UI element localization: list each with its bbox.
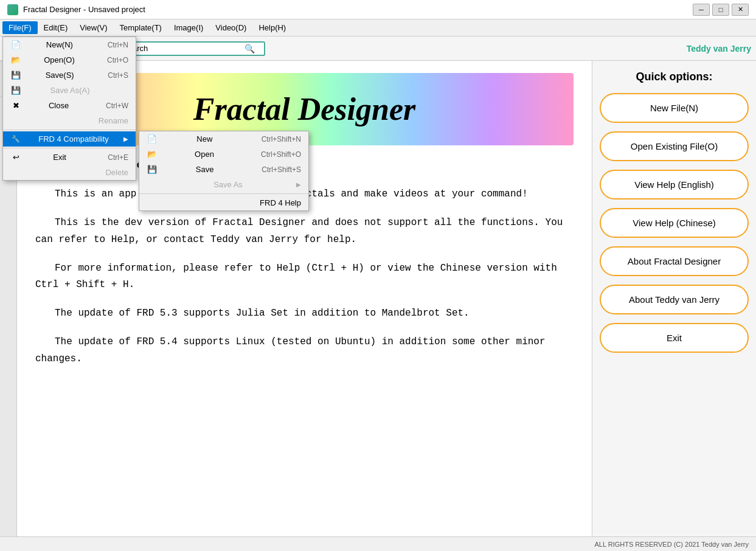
file-frd4-icon: 🔧 xyxy=(10,135,21,143)
file-save-label: Save(S) xyxy=(46,71,74,80)
frd4-open-label: Open xyxy=(195,150,214,159)
sep2 xyxy=(3,148,136,148)
content-p2: This is the dev version of Fractal Desig… xyxy=(35,215,574,248)
file-new-shortcut: Ctrl+N xyxy=(108,41,128,49)
frd4-new[interactable]: 📄 New Ctrl+Shift+N xyxy=(139,131,308,147)
search-input[interactable] xyxy=(123,44,244,53)
maximize-button[interactable]: □ xyxy=(712,4,729,16)
sep1 xyxy=(3,130,136,130)
frd4-open-shortcut: Ctrl+Shift+O xyxy=(261,150,301,159)
file-save-icon: 💾 xyxy=(10,71,21,80)
file-save-shortcut: Ctrl+S xyxy=(108,71,128,80)
window-controls: ─ □ ✕ xyxy=(693,4,749,16)
file-save-as-icon: 💾 xyxy=(10,86,21,95)
file-delete-label: Delete xyxy=(105,168,128,177)
frd4-save[interactable]: 💾 Save Ctrl+Shift+S xyxy=(139,162,308,177)
app-icon xyxy=(7,4,18,15)
quick-about-tvj[interactable]: About Teddy van Jerry xyxy=(600,285,749,314)
search-container: 🔍 xyxy=(119,41,265,56)
quick-options-title: Quick options: xyxy=(600,71,749,83)
frd4-sep xyxy=(139,193,308,194)
file-menu-dropdown: 📄 New(N) Ctrl+N 📂 Open(O) Ctrl+O 💾 Save(… xyxy=(2,36,136,181)
file-close[interactable]: ✖ Close Ctrl+W xyxy=(3,98,136,113)
menu-video[interactable]: Video(D) xyxy=(209,21,252,34)
frd4-save-label: Save xyxy=(196,165,214,174)
frd4-arrow: ▶ xyxy=(123,136,128,142)
frd4-save-as: Save As ▶ xyxy=(139,177,308,192)
search-icon: 🔍 xyxy=(244,44,255,54)
file-close-label: Close xyxy=(49,101,69,110)
file-delete: Delete xyxy=(3,165,136,180)
file-new[interactable]: 📄 New(N) Ctrl+N xyxy=(3,37,136,52)
file-open-icon: 📂 xyxy=(10,55,21,64)
frd4-new-shortcut: Ctrl+Shift+N xyxy=(262,135,301,144)
title-bar: Fractal Designer - Unsaved project ─ □ ✕ xyxy=(0,0,756,19)
file-exit-icon: ↩ xyxy=(10,153,21,162)
file-frd4-label: FRD 4 Compatibility xyxy=(38,134,109,144)
frd4-new-icon: 📄 xyxy=(147,134,158,144)
menu-image[interactable]: Image(I) xyxy=(168,21,209,34)
menu-template[interactable]: Template(T) xyxy=(114,21,168,34)
menu-file[interactable]: File(F) xyxy=(2,21,38,34)
file-open-shortcut: Ctrl+O xyxy=(107,56,128,64)
file-open-label: Open(O) xyxy=(44,55,75,64)
file-save[interactable]: 💾 Save(S) Ctrl+S xyxy=(3,68,136,83)
quick-new-file[interactable]: New File(N) xyxy=(600,93,749,123)
right-panel: Quick options: New File(N) Open Existing… xyxy=(592,61,756,536)
frd4-new-label: New xyxy=(196,134,212,144)
frd4-submenu: 📄 New Ctrl+Shift+N 📂 Open Ctrl+Shift+O 💾… xyxy=(139,131,309,211)
close-button[interactable]: ✕ xyxy=(732,4,749,16)
quick-open-file[interactable]: Open Existing File(O) xyxy=(600,131,749,161)
menu-help[interactable]: Help(H) xyxy=(252,21,292,34)
file-rename: Rename xyxy=(3,113,136,128)
quick-exit[interactable]: Exit xyxy=(600,323,749,353)
file-new-icon: 📄 xyxy=(10,40,21,49)
minimize-button[interactable]: ─ xyxy=(693,4,710,16)
file-frd4[interactable]: 🔧 FRD 4 Compatibility ▶ xyxy=(3,131,136,147)
content-p5: The update of FRD 5.4 supports Linux (te… xyxy=(35,334,574,367)
window-title: Fractal Designer - Unsaved project xyxy=(23,5,145,14)
file-close-icon: ✖ xyxy=(10,101,21,110)
frd4-help-label: FRD 4 Help xyxy=(260,198,301,207)
frd4-save-shortcut: Ctrl+Shift+S xyxy=(262,165,301,174)
status-text: ALL RIGHTS RESERVED (C) 2021 Teddy van J… xyxy=(594,541,749,548)
frd4-save-as-label: Save As xyxy=(213,180,243,189)
status-bar: ALL RIGHTS RESERVED (C) 2021 Teddy van J… xyxy=(0,536,756,551)
content-p3: For more information, please refer to He… xyxy=(35,260,574,293)
file-save-as-label: Save As(A) xyxy=(50,86,89,95)
menu-view[interactable]: View(V) xyxy=(74,21,113,34)
frd4-open-icon: 📂 xyxy=(147,150,158,159)
quick-about-frd[interactable]: About Fractal Designer xyxy=(600,246,749,276)
file-open[interactable]: 📂 Open(O) Ctrl+O xyxy=(3,52,136,68)
file-exit-label: Exit xyxy=(53,153,66,162)
file-exit-shortcut: Ctrl+E xyxy=(108,153,128,162)
file-close-shortcut: Ctrl+W xyxy=(106,102,128,110)
quick-help-en[interactable]: View Help (English) xyxy=(600,170,749,199)
frd4-save-as-arrow: ▶ xyxy=(296,181,301,188)
file-new-label: New(N) xyxy=(46,40,73,49)
author-label: Teddy van Jerry xyxy=(687,44,751,54)
file-save-as: 💾 Save As(A) xyxy=(3,83,136,98)
file-exit[interactable]: ↩ Exit Ctrl+E xyxy=(3,150,136,165)
menu-edit[interactable]: Edit(E) xyxy=(38,21,74,34)
frd4-help[interactable]: FRD 4 Help xyxy=(139,195,308,210)
quick-help-cn[interactable]: View Help (Chinese) xyxy=(600,208,749,238)
frd4-save-icon: 💾 xyxy=(147,165,158,174)
frd4-open[interactable]: 📂 Open Ctrl+Shift+O xyxy=(139,147,308,162)
content-p4: The update of FRD 5.3 supports Julia Set… xyxy=(35,305,574,322)
menu-bar: File(F) Edit(E) View(V) Template(T) Imag… xyxy=(0,19,756,36)
file-rename-label: Rename xyxy=(99,116,128,125)
